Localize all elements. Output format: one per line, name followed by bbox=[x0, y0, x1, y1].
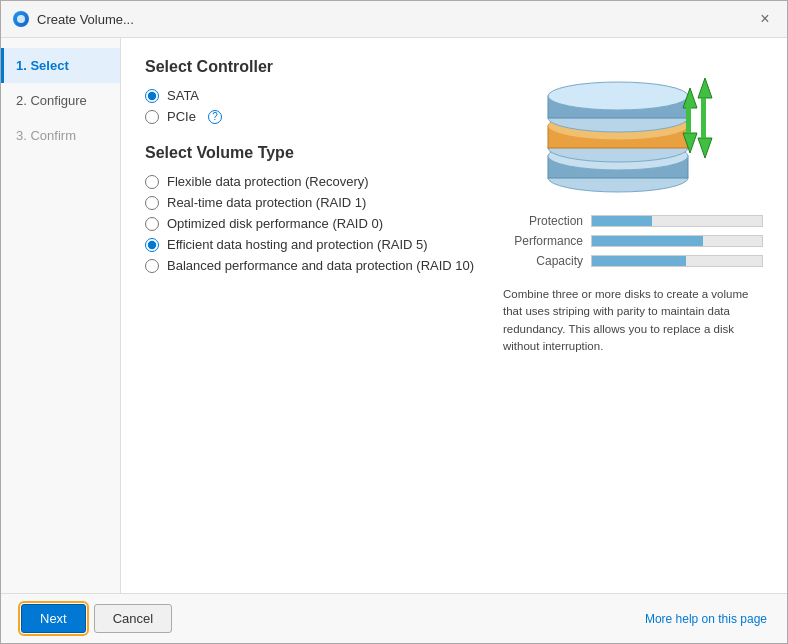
balanced-radio[interactable] bbox=[145, 259, 159, 273]
svg-rect-15 bbox=[686, 103, 691, 133]
controller-radio-group: SATA PCIe ? bbox=[145, 88, 483, 124]
protection-bar-bg bbox=[591, 215, 763, 227]
dialog-footer: Next Cancel More help on this page bbox=[1, 593, 787, 643]
main-content: Select Controller SATA PCIe ? Select Vol… bbox=[121, 38, 787, 593]
svg-point-0 bbox=[17, 15, 25, 23]
efficient-option[interactable]: Efficient data hosting and protection (R… bbox=[145, 237, 483, 252]
sidebar: 1. Select 2. Configure 3. Confirm bbox=[1, 38, 121, 593]
footer-actions: Next Cancel bbox=[21, 604, 172, 633]
optimized-option[interactable]: Optimized disk performance (RAID 0) bbox=[145, 216, 483, 231]
sata-option[interactable]: SATA bbox=[145, 88, 483, 103]
svg-marker-16 bbox=[698, 138, 712, 158]
pcie-help-icon[interactable]: ? bbox=[208, 110, 222, 124]
close-button[interactable]: × bbox=[755, 9, 775, 29]
controller-section-title: Select Controller bbox=[145, 58, 483, 76]
pcie-label[interactable]: PCIe bbox=[167, 109, 196, 124]
performance-bar-fill bbox=[592, 236, 703, 246]
performance-bar-bg bbox=[591, 235, 763, 247]
capacity-bar-bg bbox=[591, 255, 763, 267]
more-help-link[interactable]: More help on this page bbox=[645, 612, 767, 626]
performance-label: Performance bbox=[503, 234, 583, 248]
next-button[interactable]: Next bbox=[21, 604, 86, 633]
flexible-option[interactable]: Flexible data protection (Recovery) bbox=[145, 174, 483, 189]
svg-point-9 bbox=[548, 82, 688, 110]
sidebar-item-configure[interactable]: 2. Configure bbox=[1, 83, 120, 118]
capacity-bar-fill bbox=[592, 256, 686, 266]
sidebar-item-confirm: 3. Confirm bbox=[1, 118, 120, 153]
svg-rect-17 bbox=[701, 98, 706, 138]
protection-metric: Protection bbox=[503, 214, 763, 228]
realtime-radio[interactable] bbox=[145, 196, 159, 210]
raid-svg bbox=[523, 58, 743, 198]
pcie-option[interactable]: PCIe ? bbox=[145, 109, 483, 124]
sata-label[interactable]: SATA bbox=[167, 88, 199, 103]
capacity-metric: Capacity bbox=[503, 254, 763, 268]
create-volume-dialog: Create Volume... × 1. Select 2. Configur… bbox=[0, 0, 788, 644]
metrics-section: Protection Performance Capacity bbox=[503, 214, 763, 274]
flexible-label[interactable]: Flexible data protection (Recovery) bbox=[167, 174, 369, 189]
optimized-radio[interactable] bbox=[145, 217, 159, 231]
volume-description: Combine three or more disks to create a … bbox=[503, 286, 763, 355]
realtime-option[interactable]: Real-time data protection (RAID 1) bbox=[145, 195, 483, 210]
protection-label: Protection bbox=[503, 214, 583, 228]
performance-metric: Performance bbox=[503, 234, 763, 248]
efficient-label[interactable]: Efficient data hosting and protection (R… bbox=[167, 237, 428, 252]
volume-type-section-title: Select Volume Type bbox=[145, 144, 483, 162]
optimized-label[interactable]: Optimized disk performance (RAID 0) bbox=[167, 216, 383, 231]
protection-bar-fill bbox=[592, 216, 652, 226]
sata-radio[interactable] bbox=[145, 89, 159, 103]
dialog-title: Create Volume... bbox=[37, 12, 134, 27]
volume-type-radio-group: Flexible data protection (Recovery) Real… bbox=[145, 174, 483, 273]
raid-illustration bbox=[523, 58, 743, 198]
svg-marker-12 bbox=[698, 78, 712, 98]
cancel-button[interactable]: Cancel bbox=[94, 604, 172, 633]
sidebar-item-select[interactable]: 1. Select bbox=[1, 48, 120, 83]
capacity-label: Capacity bbox=[503, 254, 583, 268]
pcie-radio[interactable] bbox=[145, 110, 159, 124]
efficient-radio[interactable] bbox=[145, 238, 159, 252]
balanced-label[interactable]: Balanced performance and data protection… bbox=[167, 258, 474, 273]
dialog-icon bbox=[13, 11, 29, 27]
left-panel: Select Controller SATA PCIe ? Select Vol… bbox=[145, 58, 483, 573]
flexible-radio[interactable] bbox=[145, 175, 159, 189]
right-panel: Protection Performance Capacity bbox=[503, 58, 763, 573]
realtime-label[interactable]: Real-time data protection (RAID 1) bbox=[167, 195, 366, 210]
title-bar: Create Volume... × bbox=[1, 1, 787, 38]
dialog-body: 1. Select 2. Configure 3. Confirm Select… bbox=[1, 38, 787, 593]
balanced-option[interactable]: Balanced performance and data protection… bbox=[145, 258, 483, 273]
